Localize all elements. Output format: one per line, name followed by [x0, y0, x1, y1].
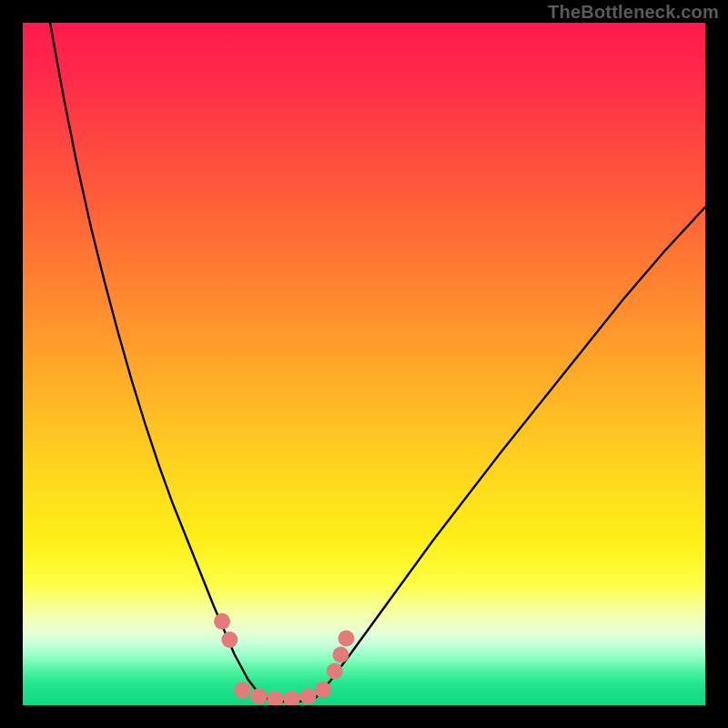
- marker-dot: [251, 688, 268, 704]
- marker-dot: [235, 682, 251, 699]
- marker-dot: [315, 682, 331, 698]
- watermark-text: TheBottleneck.com: [548, 2, 719, 23]
- plot-area: [23, 23, 705, 705]
- right-curve: [317, 207, 706, 698]
- marker-dot: [327, 663, 343, 680]
- left-curve: [50, 23, 262, 697]
- marker-dot: [333, 647, 349, 663]
- marker-group: [214, 613, 355, 705]
- marker-dot: [214, 613, 230, 630]
- marker-dot: [300, 688, 317, 704]
- marker-dot: [339, 631, 355, 647]
- curve-group: [50, 23, 705, 702]
- marker-dot: [284, 691, 300, 705]
- marker-dot: [221, 632, 238, 648]
- chart-frame: TheBottleneck.com: [0, 0, 728, 728]
- marker-dot: [268, 691, 284, 705]
- chart-svg: [23, 23, 705, 705]
